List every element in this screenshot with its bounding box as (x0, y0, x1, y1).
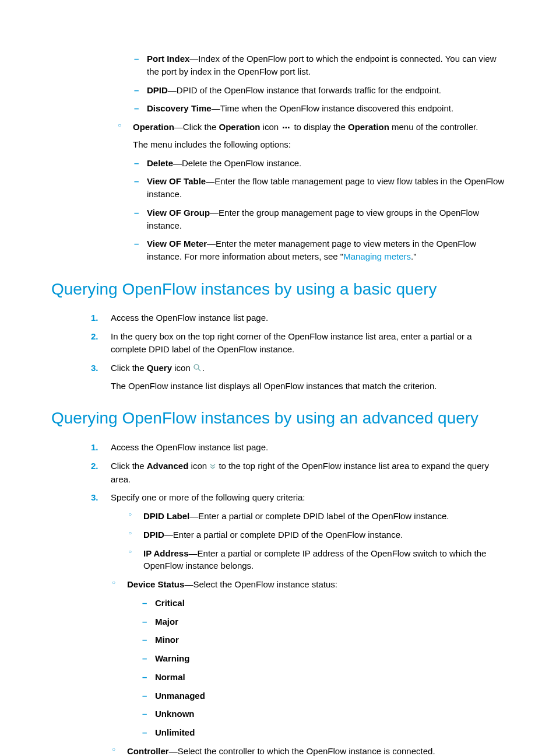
device-status-section: Device Status—Select the OpenFlow instan… (111, 578, 505, 756)
desc: —Time when the OpenFlow instance discove… (212, 103, 454, 113)
document-page: Port Index—Index of the OpenFlow port to… (0, 0, 556, 756)
endpoint-fields-list: Port Index—Index of the OpenFlow port to… (133, 52, 505, 115)
step-item: Click the Query icon . The OpenFlow inst… (90, 362, 505, 393)
list-item: Normal (141, 671, 505, 684)
list-item: IP Address—Enter a partial or complete I… (127, 547, 505, 573)
list-item: Unlimited (141, 726, 505, 739)
criteria-list: DPID Label—Enter a partial or complete D… (127, 510, 505, 572)
more-icon: ▪▪▪ (281, 124, 291, 132)
list-item: Discovery Time—Time when the OpenFlow in… (133, 102, 505, 115)
step-item: Click the Advanced icon to the top right… (90, 460, 505, 486)
managing-meters-link[interactable]: Managing meters (343, 251, 411, 261)
desc: —Index of the OpenFlow port to which the… (147, 54, 497, 76)
list-item: View OF Group—Enter the group management… (133, 206, 505, 232)
list-item: DPID—DPID of the OpenFlow instance that … (133, 84, 505, 97)
heading-basic-query: Querying OpenFlow instances by using a b… (51, 279, 505, 299)
operation-item: Operation—Click the Operation icon ▪▪▪ t… (117, 121, 505, 263)
list-item: Port Index—Index of the OpenFlow port to… (133, 52, 505, 78)
svg-point-0 (194, 365, 199, 369)
term: Port Index (147, 54, 189, 64)
operation-options-list: Delete—Delete the OpenFlow instance. Vie… (133, 157, 505, 263)
term: Operation (133, 122, 174, 132)
list-item: DPID Label—Enter a partial or complete D… (127, 510, 505, 523)
search-icon (193, 362, 202, 375)
list-item: View OF Table—Enter the flow table manag… (133, 175, 505, 201)
step-item: In the query box on the top right corner… (90, 330, 505, 356)
list-item: Unknown (141, 708, 505, 720)
controller-item: Controller—Select the controller to whic… (111, 745, 505, 756)
basic-query-steps: Access the OpenFlow instance list page. … (90, 312, 505, 392)
operation-sub: The menu includes the following options: (133, 138, 505, 151)
list-item: Major (141, 615, 505, 628)
term: Discovery Time (147, 103, 212, 113)
desc: —DPID of the OpenFlow instance that forw… (168, 85, 441, 95)
advanced-query-steps: Access the OpenFlow instance list page. … (90, 441, 505, 756)
device-status-item: Device Status—Select the OpenFlow instan… (111, 578, 505, 739)
list-item: Delete—Delete the OpenFlow instance. (133, 157, 505, 170)
svg-line-1 (198, 369, 200, 371)
term: DPID (147, 85, 168, 95)
step-item: Specify one or more of the following que… (90, 491, 505, 756)
step-item: Access the OpenFlow instance list page. (90, 312, 505, 324)
list-item: Warning (141, 652, 505, 665)
step-item: Access the OpenFlow instance list page. (90, 441, 505, 454)
list-item: Unmanaged (141, 690, 505, 702)
step-sub: The OpenFlow instance list displays all … (111, 380, 505, 393)
operation-section: Operation—Click the Operation icon ▪▪▪ t… (117, 121, 505, 263)
list-item: Critical (141, 597, 505, 610)
list-item: Minor (141, 634, 505, 646)
expand-icon (209, 460, 216, 473)
list-item: View OF Meter—Enter the meter management… (133, 237, 505, 263)
list-item: DPID—Enter a partial or complete DPID of… (127, 528, 505, 541)
status-options-list: Critical Major Minor Warning Normal Unma… (141, 597, 505, 739)
heading-advanced-query: Querying OpenFlow instances by using an … (51, 408, 505, 428)
